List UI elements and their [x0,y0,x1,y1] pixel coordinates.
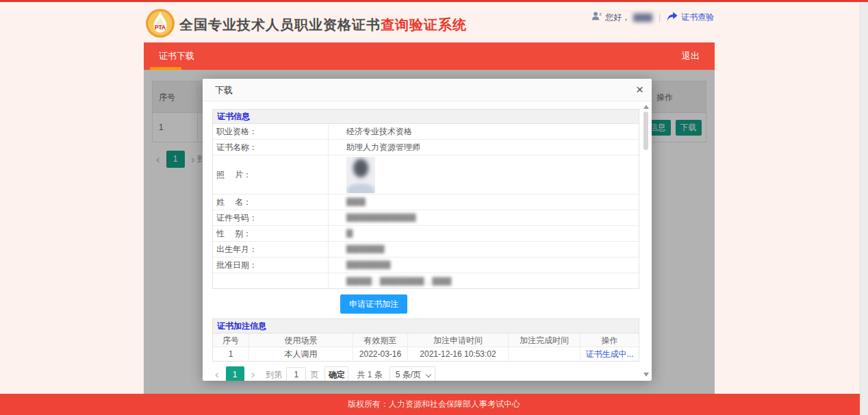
per-page-value: 5 条/页 [396,370,421,379]
confirm-button[interactable]: 确定 [324,366,348,381]
cert-row-name: 证书名称： 助理人力资源管理师 [213,139,639,155]
field-label: 照 片： [213,155,329,194]
goto-page-input[interactable] [286,367,306,381]
chevron-down-icon [426,372,431,377]
scrollbar-thumb[interactable] [643,112,648,150]
col-valid-until: 有效期至 [353,334,408,347]
download-modal: 下载 × 证书信息 职业资格： 经济专业技术资格 证书名称： 助理人力资源管理师… [203,79,652,381]
field-value-redacted: ▇▇▇▇▇▇ [329,242,639,257]
field-value-redacted: ▇▇▇▇▇▇▇ [329,257,639,273]
greeting-label: 您好， [605,12,630,23]
total-count-label: 共 1 条 [357,369,382,381]
page-title-accent: 查询验证系统 [381,17,467,32]
cell-complete-time [509,347,580,361]
col-complete-time: 加注完成时间 [509,334,580,347]
cell-usage-scene: 本人调用 [249,347,353,361]
field-value-redacted: ▇▇▇▇▇▇▇▇▇▇▇ [329,210,639,225]
user-area: 您好， ▇▇▇ | 证书查验 [591,11,714,23]
tab-certificate-download-label: 证书下载 [159,50,194,62]
site-header: PTA 全国专业技术人员职业资格证书查询验证系统 您好， ▇▇▇ | 证书查验 [0,2,868,42]
annotation-pagination: ‹ 1 › 到第 页 确定 共 1 条 5 条/页 [212,366,639,381]
cert-row-approval-date: 批准日期： ▇▇▇▇▇▇▇ [213,257,639,273]
field-label: 证书名称： [213,140,329,155]
field-value-redacted: ▇▇▇▇：▇▇▇▇▇▇▇，▇▇▇ [329,273,639,288]
current-page-button[interactable]: 1 [226,366,244,381]
col-usage-scene: 使用场景 [249,334,353,347]
logout-button[interactable]: 退出 [682,42,700,70]
certificate-verify-link[interactable]: 证书查验 [681,12,714,23]
brand: PTA 全国专业技术人员职业资格证书查询验证系统 [145,8,467,41]
main-nav: 证书下载 退出 [144,42,715,70]
pta-logo-icon: PTA [145,8,175,41]
field-label: 证件号码： [213,210,329,225]
annotation-section-title: 证书加注信息 [212,318,639,333]
certificate-info-section-title: 证书信息 [212,109,639,123]
modal-scrollbar[interactable] [643,105,650,377]
certificate-generating-link[interactable]: 证书生成中... [580,347,639,361]
cert-row-extra: ▇▇▇▇：▇▇▇▇▇▇▇，▇▇▇ [213,273,639,288]
photo-shoulders-shape [347,184,374,193]
scroll-down-icon[interactable] [643,373,649,377]
apply-annotation-button[interactable]: 申请证书加注 [340,294,407,314]
annotation-table-row: 1 本人调用 2022-03-16 2021-12-16 10:53:02 证书… [213,347,639,361]
per-page-select[interactable]: 5 条/页 [390,366,435,381]
cert-row-qualification: 职业资格： 经济专业技术资格 [213,124,639,139]
prev-page-icon[interactable]: ‹ [212,366,222,381]
cell-apply-time: 2021-12-16 10:53:02 [408,347,509,361]
close-icon[interactable]: × [636,79,643,100]
footer: 版权所有：人力资源和社会保障部人事考试中心 [0,394,868,415]
cell-serial: 1 [213,347,249,361]
certificate-photo [346,157,375,193]
modal-title: 下载 [215,79,233,101]
cert-row-birth-date: 出生年月： ▇▇▇▇▇▇ [213,241,639,257]
goto-label: 到第 [266,369,282,381]
cell-valid-until: 2022-03-16 [353,347,408,361]
field-value-redacted: ▇ [329,226,639,241]
photo-head-shape [353,159,368,177]
user-icon [591,11,602,23]
modal-header: 下载 × [203,79,652,101]
field-label: 出生年月： [213,242,329,257]
col-action: 操作 [580,334,639,347]
field-label: 性 别： [213,226,329,241]
browser-scrollbar[interactable] [860,2,868,415]
field-label: 批准日期： [213,257,329,273]
col-apply-time: 加注申请时间 [408,334,509,347]
cert-row-photo: 照 片： [213,155,639,194]
tab-certificate-download[interactable]: 证书下载 [144,42,209,70]
col-serial: 序号 [213,334,249,347]
annotation-table-header: 序号 使用场景 有效期至 加注申请时间 加注完成时间 操作 [213,334,639,347]
annotation-table: 序号 使用场景 有效期至 加注申请时间 加注完成时间 操作 1 本人调用 202… [212,333,639,362]
field-label [213,273,329,288]
field-value: 助理人力资源管理师 [329,140,639,155]
certificate-info-table: 职业资格： 经济专业技术资格 证书名称： 助理人力资源管理师 照 片： 姓 名：… [212,123,639,289]
page-unit-label: 页 [310,369,318,381]
username-masked: ▇▇▇ [633,12,652,22]
header-divider: | [659,12,661,22]
field-value: 经济专业技术资格 [329,124,639,139]
cert-row-holder-name: 姓 名： ▇▇▇ [213,194,639,210]
field-value [329,155,639,194]
field-value-redacted: ▇▇▇ [329,194,639,210]
field-label: 姓 名： [213,194,329,210]
next-page-icon[interactable]: › [248,366,258,381]
field-label: 职业资格： [213,124,329,139]
svg-text:PTA: PTA [155,24,166,31]
copyright-text: 版权所有：人力资源和社会保障部人事考试中心 [348,399,520,410]
modal-body: 证书信息 职业资格： 经济专业技术资格 证书名称： 助理人力资源管理师 照 片： [203,102,652,381]
page-title: 全国专业技术人员职业资格证书查询验证系统 [179,16,467,34]
cert-row-id-number: 证件号码： ▇▇▇▇▇▇▇▇▇▇▇ [213,210,639,225]
annotate-button-row: 申请证书加注 [212,289,639,318]
cert-row-gender: 性 别： ▇ [213,225,639,241]
share-arrow-icon [667,12,678,23]
scroll-up-icon[interactable] [643,105,649,109]
